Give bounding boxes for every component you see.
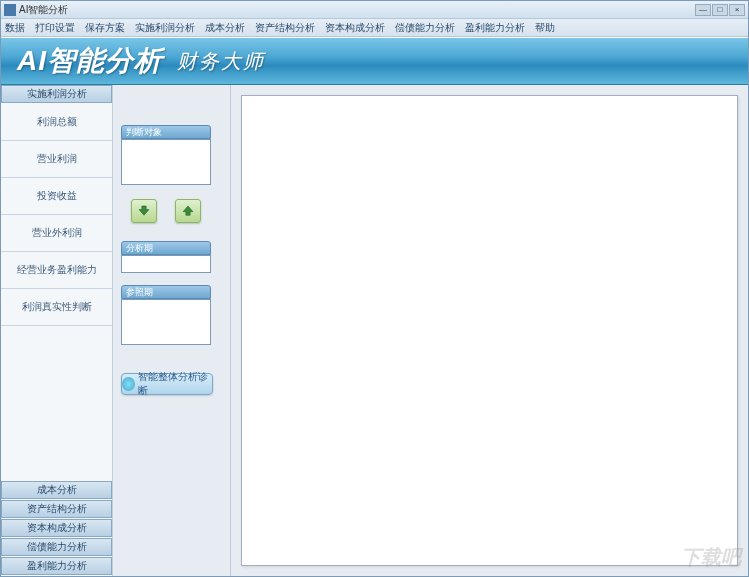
- banner-logo: AI智能分析: [17, 42, 163, 80]
- control-panel: 判断对象 分析期 参照期 智能整体分析诊断: [113, 85, 231, 576]
- menu-earn[interactable]: 盈利能力分析: [465, 21, 525, 35]
- sidebar-item-nonop-profit[interactable]: 营业外利润: [1, 215, 112, 252]
- sidebar-item-investment[interactable]: 投资收益: [1, 178, 112, 215]
- main-body: 实施利润分析 利润总额 营业利润 投资收益 营业外利润 经营业务盈利能力 利润真…: [1, 85, 748, 576]
- sidebar-item-total-profit[interactable]: 利润总额: [1, 104, 112, 141]
- diagnose-label: 智能整体分析诊断: [138, 370, 212, 398]
- banner-subtitle: 财务大师: [177, 48, 265, 75]
- arrow-controls: [121, 185, 222, 241]
- label-target: 判断对象: [121, 125, 211, 139]
- accordion-header-debt[interactable]: 偿债能力分析: [1, 538, 112, 556]
- accordion-header-cost[interactable]: 成本分析: [1, 481, 112, 499]
- listbox-reference-period[interactable]: [121, 299, 211, 345]
- menu-debt[interactable]: 偿债能力分析: [395, 21, 455, 35]
- arrow-up-button[interactable]: [175, 199, 201, 223]
- accordion-active: 实施利润分析 利润总额 营业利润 投资收益 营业外利润 经营业务盈利能力 利润真…: [1, 85, 112, 481]
- banner: AI智能分析 财务大师: [1, 37, 748, 85]
- sidebar-item-profit-validity[interactable]: 利润真实性判断: [1, 289, 112, 326]
- app-window: AI智能分析 — □ × 数据 打印设置 保存方案 实施利润分析 成本分析 资产…: [0, 0, 749, 577]
- accordion-header-capital[interactable]: 资本构成分析: [1, 519, 112, 537]
- input-analysis-period[interactable]: [121, 255, 211, 273]
- menu-help[interactable]: 帮助: [535, 21, 555, 35]
- menu-asset[interactable]: 资产结构分析: [255, 21, 315, 35]
- menu-capital[interactable]: 资本构成分析: [325, 21, 385, 35]
- label-analysis-period: 分析期: [121, 241, 211, 255]
- listbox-target[interactable]: [121, 139, 211, 185]
- accordion-header-asset[interactable]: 资产结构分析: [1, 500, 112, 518]
- maximize-button[interactable]: □: [712, 4, 728, 16]
- arrow-down-button[interactable]: [131, 199, 157, 223]
- menu-save[interactable]: 保存方案: [85, 21, 125, 35]
- accordion-header-earn[interactable]: 盈利能力分析: [1, 557, 112, 575]
- content-area: [231, 85, 748, 576]
- window-title: AI智能分析: [19, 3, 68, 17]
- sidebar-item-operating-profit[interactable]: 营业利润: [1, 141, 112, 178]
- menu-profit[interactable]: 实施利润分析: [135, 21, 195, 35]
- accordion-header-profit[interactable]: 实施利润分析: [1, 85, 112, 103]
- diagnose-icon: [122, 377, 135, 391]
- accordion-collapsed: 成本分析 资产结构分析 资本构成分析 偿债能力分析 盈利能力分析: [1, 481, 112, 576]
- app-icon: [4, 4, 16, 16]
- diagnose-button[interactable]: 智能整体分析诊断: [121, 373, 213, 395]
- sidebar: 实施利润分析 利润总额 营业利润 投资收益 营业外利润 经营业务盈利能力 利润真…: [1, 85, 113, 576]
- titlebar: AI智能分析 — □ ×: [1, 1, 748, 19]
- menu-data[interactable]: 数据: [5, 21, 25, 35]
- arrow-up-icon: [181, 204, 195, 218]
- arrow-down-icon: [137, 204, 151, 218]
- sidebar-item-business-earn[interactable]: 经营业务盈利能力: [1, 252, 112, 289]
- report-canvas[interactable]: [241, 95, 738, 566]
- menu-print[interactable]: 打印设置: [35, 21, 75, 35]
- menubar: 数据 打印设置 保存方案 实施利润分析 成本分析 资产结构分析 资本构成分析 偿…: [1, 19, 748, 37]
- minimize-button[interactable]: —: [695, 4, 711, 16]
- close-button[interactable]: ×: [729, 4, 745, 16]
- menu-cost[interactable]: 成本分析: [205, 21, 245, 35]
- label-reference-period: 参照期: [121, 285, 211, 299]
